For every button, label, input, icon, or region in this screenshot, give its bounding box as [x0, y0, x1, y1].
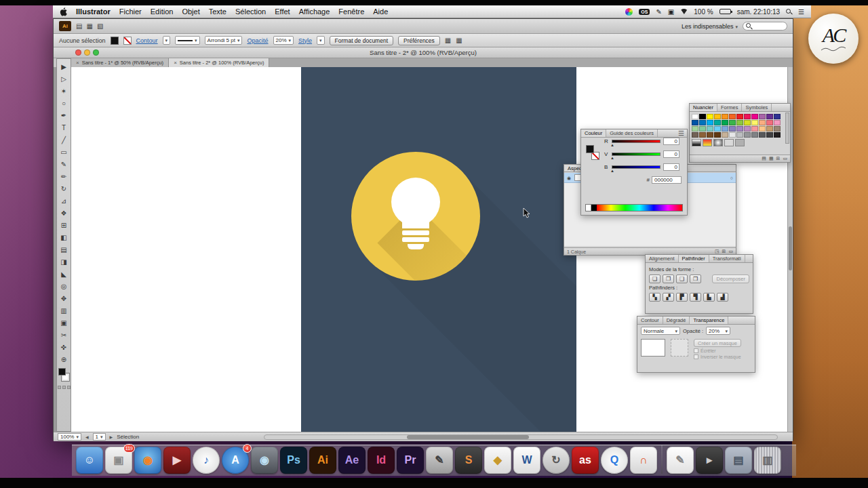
channel-slider[interactable] [612, 165, 660, 169]
color-swatch[interactable] [707, 120, 713, 125]
make-mask-button[interactable]: Créer un masque [694, 339, 741, 347]
dock-utility[interactable]: ▸ [696, 447, 723, 474]
next-artboard-button[interactable] [110, 434, 113, 440]
menubar-menu-item[interactable]: Aide [373, 7, 388, 16]
document-tab[interactable]: Sans titre - 1* @ 50% (RVB/Aperçu) [71, 58, 169, 67]
menubar-menu-item[interactable]: Affichage [299, 7, 330, 16]
blend-tool[interactable]: ◎ [57, 280, 71, 292]
fill-stroke-widget[interactable] [57, 367, 71, 384]
color-swatch[interactable] [729, 132, 736, 138]
pen-status-icon[interactable] [656, 8, 661, 16]
divide-button[interactable]: ▚ [649, 293, 660, 302]
arrange-options-icon[interactable] [456, 37, 462, 44]
panel-tab[interactable]: Symboles [742, 104, 772, 111]
panel-tab[interactable]: Pathfinder [679, 255, 709, 262]
new-document-icon[interactable]: ▤ [76, 22, 82, 30]
pattern-swatch[interactable] [703, 139, 712, 146]
dock-textedit[interactable]: ✎ [667, 447, 694, 474]
panel-menu-icon[interactable] [675, 129, 687, 137]
color-swatch[interactable] [729, 114, 736, 119]
dock-premiere[interactable]: Pr [397, 447, 424, 474]
horizontal-scroll-thumb[interactable] [407, 435, 529, 439]
dock-photos[interactable]: ▣ 119 [105, 447, 132, 474]
color-swatch[interactable] [744, 114, 751, 119]
fill-color-swatch[interactable] [111, 37, 119, 45]
menubar-clock[interactable]: sam. 22:10:13 [737, 8, 780, 16]
channel-value-field[interactable]: 0 [663, 138, 679, 145]
color-swatch[interactable] [736, 114, 743, 119]
visibility-eye-icon[interactable] [567, 175, 571, 181]
menubar-menu-item[interactable]: Sélection [235, 7, 266, 16]
free-transform-tool[interactable]: ⊞ [57, 219, 71, 231]
crop-button[interactable]: ▜ [690, 293, 701, 302]
color-swatch[interactable] [714, 114, 721, 119]
dock-audioscrobbler[interactable]: as [572, 447, 599, 474]
color-swatch[interactable] [751, 114, 758, 119]
color-swatch[interactable] [751, 132, 758, 138]
lasso-tool[interactable]: ○ [57, 97, 71, 109]
hand-tool[interactable]: ✜ [57, 341, 71, 353]
swatch-libraries-icon[interactable]: ▤ [762, 156, 766, 161]
menubar-menu-item[interactable]: Edition [151, 7, 174, 16]
close-tab-icon[interactable] [174, 60, 177, 66]
color-swatch[interactable] [699, 114, 706, 119]
grid-view-icon[interactable]: ▦ [86, 22, 92, 30]
spotlight-icon[interactable] [786, 9, 792, 15]
opacity-field[interactable]: 20% [706, 327, 730, 335]
dock-after-effects[interactable]: Ae [338, 447, 366, 474]
slider-knob-icon[interactable] [610, 169, 614, 173]
dock-indesign[interactable]: Id [368, 447, 395, 474]
menubar-menu-item[interactable]: Effet [275, 7, 290, 16]
pencil-tool[interactable]: ✏ [57, 170, 71, 182]
panel-tab[interactable]: Nuancier [690, 104, 717, 111]
pattern-swatch[interactable] [724, 139, 734, 146]
dock-app-store[interactable]: A 4 [222, 447, 249, 474]
type-tool[interactable]: T [57, 121, 71, 134]
flat-circle[interactable] [351, 152, 480, 281]
color-swatch[interactable] [714, 126, 721, 131]
slider-knob-icon[interactable] [610, 156, 614, 160]
magic-wand-tool[interactable]: ✶ [57, 85, 71, 97]
search-input[interactable] [743, 22, 787, 30]
color-swatch[interactable] [692, 126, 698, 131]
notification-center-icon[interactable] [798, 8, 804, 16]
draw-inside-button[interactable] [67, 386, 71, 389]
dock-red-app[interactable]: ▶ [163, 447, 191, 474]
pattern-swatch[interactable] [713, 139, 723, 146]
dock-sublime-text[interactable]: S [455, 447, 482, 474]
color-swatch[interactable] [774, 120, 781, 125]
color-swatch[interactable] [714, 120, 721, 125]
opacity-select[interactable]: 20% [273, 36, 294, 45]
panel-tab[interactable]: Alignement [646, 255, 679, 262]
color-swatch[interactable] [766, 120, 773, 125]
zoom-tool[interactable]: ⊕ [57, 353, 71, 365]
slice-tool[interactable]: ✂ [57, 329, 71, 341]
swatches-scrollbar[interactable] [785, 113, 789, 144]
menubar-menu-item[interactable]: Objet [182, 7, 199, 16]
wifi-icon[interactable] [680, 9, 688, 14]
dock-finder[interactable]: ☺ [76, 447, 103, 474]
arrange-documents-icon[interactable]: ▧ [97, 22, 103, 30]
color-swatch[interactable] [744, 120, 751, 125]
white-swatch[interactable] [586, 205, 591, 211]
panel-tab[interactable]: Contour [637, 317, 663, 324]
dock-photoshop[interactable]: Ps [280, 447, 307, 474]
artwork-scene[interactable] [301, 67, 576, 432]
checkbox-icon[interactable] [694, 354, 698, 359]
direct-selection-tool[interactable]: ▷ [57, 73, 71, 85]
invert-checkbox-row[interactable]: Inverser le masque [694, 354, 741, 359]
hex-value-field[interactable]: 000000 [652, 176, 682, 184]
dock-sketch[interactable]: ◆ [484, 447, 511, 474]
color-swatch[interactable] [699, 120, 706, 125]
color-swatch[interactable] [759, 114, 766, 119]
dock-headphones-app[interactable]: ∩ [630, 447, 657, 474]
dock-illustrator[interactable]: Ai [309, 447, 336, 474]
dock-quicktime[interactable]: Q [601, 447, 628, 474]
rotate-tool[interactable]: ↻ [57, 182, 71, 195]
exclude-button[interactable]: ❒ [690, 274, 701, 283]
contour-link[interactable]: Contour [136, 37, 158, 44]
dock-trash[interactable]: ▥ [754, 447, 781, 474]
eyedropper-tool[interactable]: ◣ [57, 268, 71, 280]
spectrum-gradient[interactable] [597, 205, 682, 211]
os-badge-icon[interactable]: OS [639, 9, 650, 15]
